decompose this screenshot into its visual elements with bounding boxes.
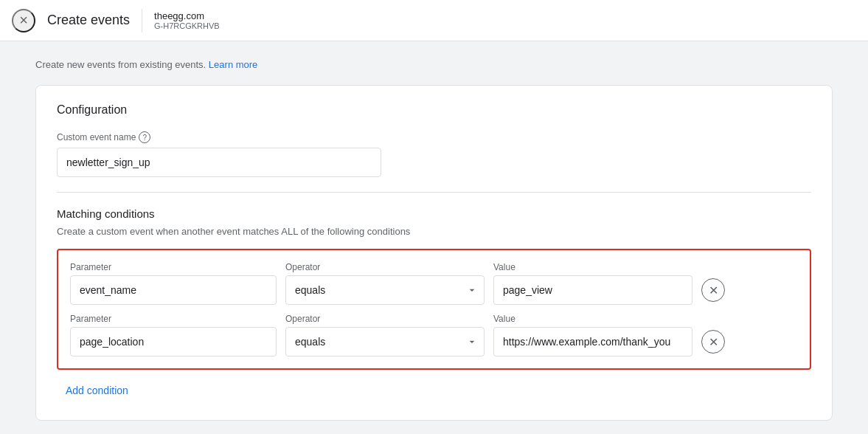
section-divider (57, 192, 811, 193)
header-divider (142, 9, 142, 32)
operator-field-2: Operator equals contains starts with end… (285, 314, 485, 356)
condition-row: Parameter Operator equals contains start… (70, 262, 798, 305)
configuration-section: Configuration Custom event name ? (57, 103, 811, 177)
value-field-2: Value (493, 314, 692, 356)
remove-condition-button-2[interactable]: ✕ (701, 330, 725, 354)
value-label-2: Value (493, 314, 692, 324)
main-content: Create new events from existing events. … (0, 41, 868, 434)
page-title: Create events (47, 13, 130, 28)
operator-field-1: Operator equals contains starts with end… (285, 262, 485, 305)
domain-name: theegg.com (154, 10, 220, 21)
event-name-group: Custom event name ? (57, 131, 811, 177)
event-name-label: Custom event name ? (57, 131, 811, 143)
parameter-label-1: Parameter (70, 262, 277, 272)
matching-conditions-title: Matching conditions (57, 207, 811, 220)
configuration-card: Configuration Custom event name ? Matchi… (35, 85, 833, 421)
operator-label-1: Operator (285, 262, 485, 272)
matching-conditions-section: Matching conditions Create a custom even… (57, 207, 811, 402)
event-name-input[interactable] (57, 148, 381, 177)
value-input-1[interactable] (493, 275, 692, 305)
domain-info: theegg.com G-H7RCGKRHVB (154, 10, 220, 30)
operator-select-2[interactable]: equals contains starts with ends with do… (285, 327, 485, 356)
remove-icon-1: ✕ (709, 283, 718, 297)
remove-condition-button-1[interactable]: ✕ (701, 278, 725, 302)
parameter-field-2: Parameter (70, 314, 277, 356)
value-label-1: Value (493, 262, 692, 272)
parameter-label-2: Parameter (70, 314, 277, 324)
app-container: × Create events theegg.com G-H7RCGKRHVB … (0, 0, 868, 434)
matching-conditions-desc: Create a custom event when another event… (57, 226, 811, 237)
header: × Create events theegg.com G-H7RCGKRHVB (0, 0, 868, 41)
operator-select-1[interactable]: equals contains starts with ends with do… (285, 275, 485, 305)
value-input-2[interactable] (493, 327, 692, 356)
value-field-1: Value (493, 262, 692, 305)
close-icon: × (19, 12, 28, 29)
parameter-input-1[interactable] (70, 275, 277, 305)
add-condition-button[interactable]: Add condition (57, 379, 137, 402)
help-icon[interactable]: ? (139, 131, 150, 143)
parameter-input-2[interactable] (70, 327, 277, 356)
add-condition-label: Add condition (66, 385, 128, 396)
tracking-id: G-H7RCGKRHVB (154, 21, 220, 30)
parameter-field-1: Parameter (70, 262, 277, 305)
configuration-title: Configuration (57, 103, 811, 117)
operator-label-2: Operator (285, 314, 485, 324)
condition-row-2: Parameter Operator equals contains start… (70, 314, 798, 356)
remove-icon-2: ✕ (709, 335, 718, 349)
intro-text: Create new events from existing events. … (35, 59, 833, 70)
conditions-container: Parameter Operator equals contains start… (57, 249, 811, 370)
close-button[interactable]: × (12, 9, 35, 32)
learn-more-link[interactable]: Learn more (209, 59, 257, 70)
